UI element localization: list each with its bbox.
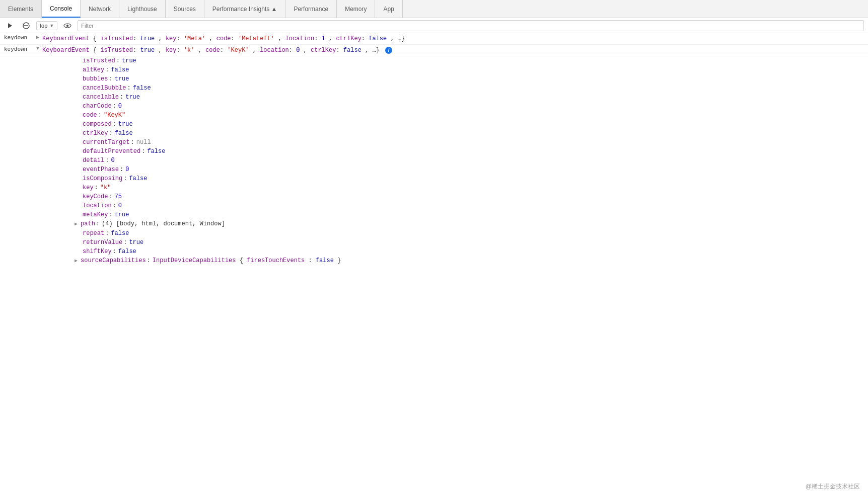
console-row-1: keydown ▶ KeyboardEvent { isTrusted: tru… xyxy=(0,33,868,45)
prop-istrusted-2: isTrusted: true xyxy=(100,47,155,54)
prop-row-ctrlKey: ctrlKey : false xyxy=(0,129,868,138)
prop-row-path: ▶ path : (4) [body, html, document, Wind… xyxy=(0,219,868,229)
prop-key-keyCode: keyCode xyxy=(83,193,108,201)
prop-row-cancelable: cancelable : true xyxy=(0,93,868,102)
expand-arrow-1[interactable]: ▶ xyxy=(35,34,40,40)
expand-arrow-2[interactable]: ▼ xyxy=(35,46,40,51)
eye-button[interactable] xyxy=(61,20,74,32)
prop-key-detail: detail xyxy=(83,156,104,164)
prop-key-sourceCapabilities: sourceCapabilities xyxy=(81,257,146,265)
prop-row-currentTarget: currentTarget : null xyxy=(0,138,868,147)
prop-key-metaKey: metaKey xyxy=(83,211,108,219)
run-button[interactable] xyxy=(4,20,16,32)
watermark: @稀土掘金技术社区 xyxy=(806,482,860,491)
filter-input[interactable] xyxy=(78,20,864,31)
prop-val-returnValue: true xyxy=(129,238,143,246)
prop-val-isTrusted: true xyxy=(122,57,136,65)
tab-bar: Elements Console Network Lighthouse Sour… xyxy=(0,0,868,18)
prop-val-cancelable: true xyxy=(125,93,140,101)
play-icon xyxy=(7,22,14,29)
expand-arrow-sourceCapabilities[interactable]: ▶ xyxy=(74,257,79,265)
prop-row-code: code : "KeyK" xyxy=(0,111,868,120)
prop-row-altKey: altKey : false xyxy=(0,65,868,74)
clear-icon xyxy=(23,22,30,29)
context-selector[interactable]: top ▼ xyxy=(36,21,57,30)
prop-key-repeat: repeat xyxy=(83,229,104,237)
prop-row-isTrusted: isTrusted : true xyxy=(0,56,868,65)
prop-row-location: location : 0 xyxy=(0,201,868,210)
prop-code-2: code: 'KeyK' xyxy=(205,47,249,54)
tab-performance[interactable]: Performance xyxy=(285,0,337,18)
prop-key-code: code xyxy=(83,111,97,119)
prop-key-defaultPrevented: defaultPrevented xyxy=(83,147,140,155)
prop-val-altKey: false xyxy=(111,66,129,74)
tab-app[interactable]: App xyxy=(375,0,402,18)
prop-val-cancelBubble: false xyxy=(133,84,151,92)
tab-elements[interactable]: Elements xyxy=(0,0,42,18)
prop-row-keyCode: keyCode : 75 xyxy=(0,192,868,201)
obj-name-1: KeyboardEvent xyxy=(42,35,93,42)
info-badge[interactable]: i xyxy=(385,47,392,54)
tab-network[interactable]: Network xyxy=(81,0,119,18)
prop-key-isComposing: isComposing xyxy=(83,175,122,183)
svg-marker-0 xyxy=(8,23,12,28)
prop-key-bubbles: bubbles xyxy=(83,75,108,83)
prop-val-eventPhase: 0 xyxy=(125,165,129,174)
context-label: top xyxy=(40,23,47,29)
prop-ctrlkey-1: ctrlKey: false xyxy=(336,35,387,42)
console-toolbar: top ▼ xyxy=(0,18,868,33)
tab-console[interactable]: Console xyxy=(42,0,81,18)
prop-row-shiftKey: shiftKey : false xyxy=(0,247,868,256)
prop-val-path: (4) [body, html, document, Window] xyxy=(102,220,225,228)
prop-val-isComposing: false xyxy=(129,175,147,183)
console-line-1: KeyboardEvent { isTrusted: true , key: '… xyxy=(40,34,868,43)
prop-row-defaultPrevented: defaultPrevented : false xyxy=(0,147,868,156)
prop-val-defaultPrevented: false xyxy=(147,147,165,155)
prop-row-composed: composed : true xyxy=(0,120,868,129)
prop-row-metaKey: metaKey : true xyxy=(0,210,868,219)
prop-val-sourceCapabilities: InputDeviceCapabilities { firesTouchEven… xyxy=(153,257,341,265)
prop-row-isComposing: isComposing : false xyxy=(0,174,868,183)
prop-val-detail: 0 xyxy=(111,156,114,164)
prop-istrusted-1: isTrusted: true xyxy=(100,35,155,42)
expanded-content: isTrusted : true altKey : false bubbles … xyxy=(0,56,868,266)
prop-key-isTrusted: isTrusted xyxy=(83,57,115,65)
prop-key-eventPhase: eventPhase xyxy=(83,165,119,174)
prop-key-currentTarget: currentTarget xyxy=(83,138,130,146)
tab-lighthouse[interactable]: Lighthouse xyxy=(119,0,166,18)
tab-sources[interactable]: Sources xyxy=(166,0,204,18)
prop-ctrlkey-2: ctrlKey: false xyxy=(311,47,361,54)
prop-val-currentTarget: null xyxy=(136,138,151,146)
prop-key-1: key: 'Meta' xyxy=(166,35,205,42)
prop-key-returnValue: returnValue xyxy=(83,238,122,246)
expand-arrow-path[interactable]: ▶ xyxy=(74,220,79,228)
prop-code-1: code: 'MetaLeft' xyxy=(216,35,274,42)
console-row-2-header: keydown ▼ KeyboardEvent { isTrusted: tru… xyxy=(0,45,868,56)
prop-location-1: location: 1 xyxy=(285,35,325,42)
console-line-2: KeyboardEvent { isTrusted: true , key: '… xyxy=(40,46,868,55)
prop-row-sourceCapabilities: ▶ sourceCapabilities : InputDeviceCapabi… xyxy=(0,256,868,266)
prop-val-ctrlKey: false xyxy=(115,129,133,137)
prop-location-2: location: 0 xyxy=(260,47,300,54)
prop-row-repeat: repeat : false xyxy=(0,229,868,238)
prop-key-altKey: altKey xyxy=(83,66,104,74)
clear-button[interactable] xyxy=(20,20,32,32)
prop-val-metaKey: true xyxy=(115,211,129,219)
event-type-1: keydown xyxy=(0,34,35,41)
prop-key-composed: composed xyxy=(83,120,112,128)
prop-row-bubbles: bubbles : true xyxy=(0,74,868,84)
tab-memory[interactable]: Memory xyxy=(337,0,375,18)
console-output: keydown ▶ KeyboardEvent { isTrusted: tru… xyxy=(0,33,868,266)
prop-val-keyCode: 75 xyxy=(115,193,122,201)
prop-row-eventPhase: eventPhase : 0 xyxy=(0,165,868,174)
prop-key-2: key: 'k' xyxy=(166,47,195,54)
tab-performance-insights[interactable]: Performance Insights ▲ xyxy=(204,0,286,18)
svg-point-4 xyxy=(66,24,68,26)
prop-key-charCode: charCode xyxy=(83,102,112,110)
obj-name-2: KeyboardEvent xyxy=(42,47,93,54)
prop-key-location: location xyxy=(83,202,112,210)
prop-key-cancelable: cancelable xyxy=(83,93,119,101)
prop-val-composed: true xyxy=(118,120,133,128)
prop-val-repeat: false xyxy=(111,229,129,237)
prop-key-ctrlKey: ctrlKey xyxy=(83,129,108,137)
